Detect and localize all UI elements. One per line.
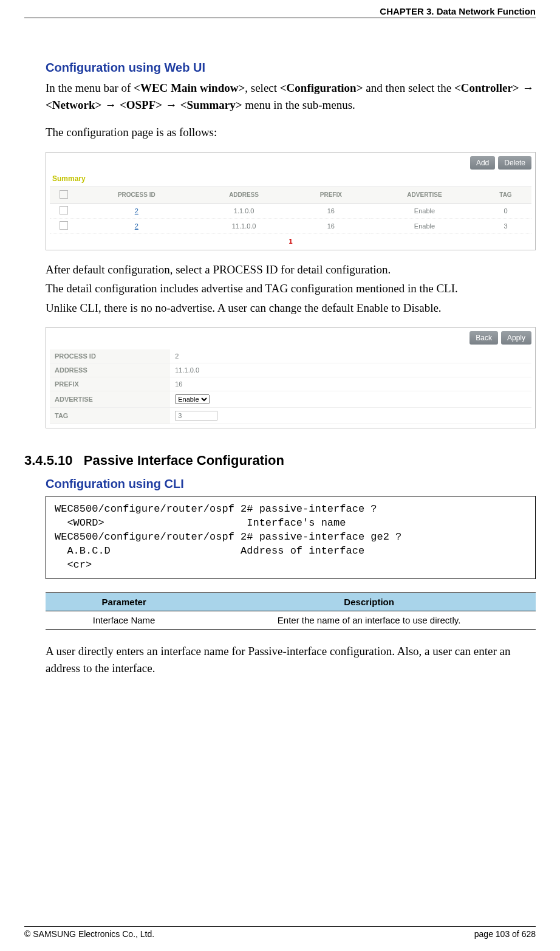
label-address: ADDRESS <box>50 363 170 377</box>
cell-tag: 3 <box>480 218 531 233</box>
parameter-table: Parameter Description Interface Name Ent… <box>46 592 536 630</box>
col-advertise: ADVERTISE <box>369 187 480 203</box>
summary-table: PROCESS ID ADDRESS PREFIX ADVERTISE TAG … <box>50 187 531 234</box>
checkbox-all[interactable] <box>60 190 68 199</box>
cli-output-box: WEC8500/configure/router/ospf 2# passive… <box>46 496 536 579</box>
label-tag: TAG <box>50 408 170 424</box>
col-address: ADDRESS <box>196 187 293 203</box>
text: menu in the sub-menus. <box>242 98 355 111</box>
col-prefix: PREFIX <box>293 187 369 203</box>
param-header-row: Parameter Description <box>46 592 536 611</box>
text: and then select the <box>363 81 454 94</box>
sub-heading-cli: Configuration using CLI <box>46 477 536 491</box>
bold-configuration: <Configuration> <box>280 81 363 94</box>
back-button[interactable]: Back <box>470 331 498 345</box>
cell-param-name: Interface Name <box>46 611 202 629</box>
tail-paragraph: A user directly enters an interface name… <box>46 643 536 676</box>
header-description: Description <box>202 592 536 611</box>
label-advertise: ADVERTISE <box>50 391 170 408</box>
section-number: 3.4.5.10 <box>24 453 73 468</box>
row-checkbox[interactable] <box>60 206 68 215</box>
advertise-select[interactable]: Enable <box>175 394 210 404</box>
value-address: 11.1.0.0 <box>170 363 531 377</box>
cell-advertise: Enable <box>369 203 480 218</box>
table-row: 2 11.1.0.0 16 Enable 3 <box>50 218 531 233</box>
label-process-id: PROCESS ID <box>50 349 170 363</box>
page-footer: © SAMSUNG Electronics Co., Ltd. page 103… <box>24 926 536 939</box>
bold-ospf: <OSPF> <box>120 98 162 111</box>
config-page-follows-text: The configuration page is as follows: <box>46 124 536 141</box>
arrow-icon: → <box>519 81 534 94</box>
label-prefix: PREFIX <box>50 377 170 391</box>
footer-copyright: © SAMSUNG Electronics Co., Ltd. <box>24 929 154 939</box>
chapter-header: CHAPTER 3. Data Network Function <box>24 6 536 18</box>
detail-row: TAG 3 <box>50 408 531 424</box>
cell-param-desc: Enter the name of an interface to use di… <box>202 611 536 629</box>
detail-row: ADVERTISE Enable <box>50 391 531 408</box>
cell-tag: 0 <box>480 203 531 218</box>
col-tag: TAG <box>480 187 531 203</box>
bold-summary: <Summary> <box>180 98 242 111</box>
bold-wec-main: <WEC Main window> <box>134 81 245 94</box>
bold-controller: <Controller> <box>454 81 519 94</box>
section-heading-web-ui: Configuration using Web UI <box>46 61 536 75</box>
bold-network: <Network> <box>46 98 101 111</box>
after-ss-text-2: The detail configuration includes advert… <box>46 280 536 297</box>
after-ss-text-1: After default configuration, select a PR… <box>46 261 536 278</box>
cell-prefix: 16 <box>293 203 369 218</box>
table-header-row: PROCESS ID ADDRESS PREFIX ADVERTISE TAG <box>50 187 531 203</box>
row-checkbox[interactable] <box>60 221 68 230</box>
value-process-id: 2 <box>170 349 531 363</box>
tag-input[interactable]: 3 <box>175 411 217 421</box>
cell-address: 11.1.0.0 <box>196 218 293 233</box>
pager-current[interactable]: 1 <box>50 234 531 246</box>
cell-advertise: Enable <box>369 218 480 233</box>
add-button[interactable]: Add <box>470 156 495 170</box>
process-id-link[interactable]: 2 <box>78 203 196 218</box>
section-title: Passive Interface Configuration <box>84 453 284 468</box>
detail-row: PROCESS ID 2 <box>50 349 531 363</box>
intro-paragraph: In the menu bar of <WEC Main window>, se… <box>46 80 536 113</box>
delete-button[interactable]: Delete <box>498 156 531 170</box>
detail-table: PROCESS ID 2 ADDRESS 11.1.0.0 PREFIX 16 … <box>50 349 531 424</box>
arrow-icon: → <box>101 98 120 111</box>
screenshot-title: Summary <box>52 174 531 183</box>
screenshot-summary-list: Add Delete Summary PROCESS ID ADDRESS PR… <box>46 152 536 250</box>
arrow-icon: → <box>162 98 180 111</box>
header-parameter: Parameter <box>46 592 202 611</box>
detail-row: PREFIX 16 <box>50 377 531 391</box>
cell-prefix: 16 <box>293 218 369 233</box>
text: In the menu bar of <box>46 81 134 94</box>
footer-page-number: page 103 of 628 <box>474 929 536 939</box>
section-heading-passive-interface: 3.4.5.10 Passive Interface Configuration <box>24 453 536 469</box>
cell-address: 1.1.0.0 <box>196 203 293 218</box>
col-process-id: PROCESS ID <box>78 187 196 203</box>
text: , select <box>245 81 280 94</box>
apply-button[interactable]: Apply <box>501 331 531 345</box>
screenshot-detail-form: Back Apply PROCESS ID 2 ADDRESS 11.1.0.0… <box>46 327 536 428</box>
param-row: Interface Name Enter the name of an inte… <box>46 611 536 629</box>
value-prefix: 16 <box>170 377 531 391</box>
process-id-link[interactable]: 2 <box>78 218 196 233</box>
detail-row: ADDRESS 11.1.0.0 <box>50 363 531 377</box>
after-ss-text-3: Unlike CLI, there is no no-advertise. A … <box>46 300 536 317</box>
table-row: 2 1.1.0.0 16 Enable 0 <box>50 203 531 218</box>
